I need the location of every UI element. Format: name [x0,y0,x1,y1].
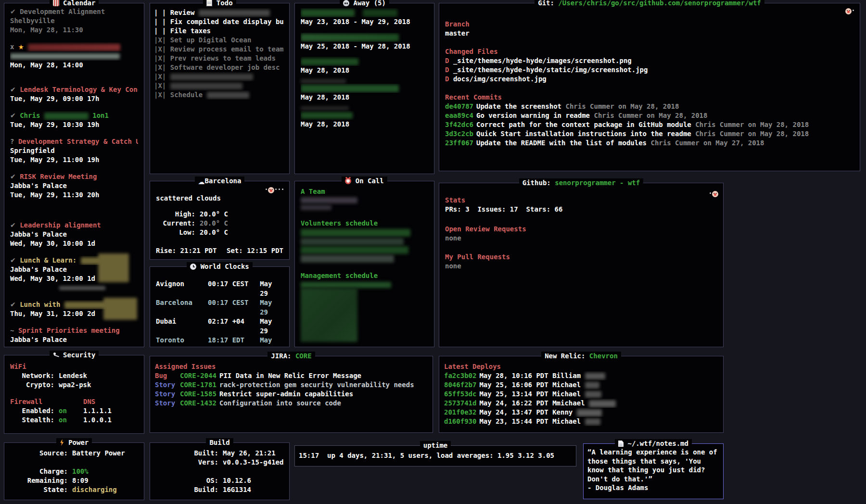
todo-item[interactable]: |X| Review process email to team [154,45,283,54]
event-title: Leadership alignment [20,221,101,229]
jira-issue-row: StoryCORE-1432Configuration into source … [155,399,427,408]
git-panel: Git: /Users/chris/go/src/github.com/seno… [439,3,860,171]
redacted-text [103,298,137,320]
commit-row: 3f42dc6Correct path for the context pack… [445,120,854,129]
github-panel: Github: senorprogrammer - wtf Stats PRs:… [439,183,724,347]
redacted-text [577,409,602,416]
notes-panel[interactable]: ~/.wtf/notes.md “A learning experience i… [583,443,724,499]
event-bullet: ~ [10,327,14,334]
jira-panel: JIRA: CORE Assigned Issues BugCORE-2044P… [150,356,433,433]
redacted-text [301,197,357,203]
firewall-stealth: on [59,416,67,424]
event-when: Tue, May 29, 11:30 20h [10,190,138,200]
event-bullet: ✔ [10,112,16,119]
build-version: v0.0.3-15-g41ed43_maste [223,458,283,466]
power-charge: 100% [72,467,89,475]
todo-item[interactable]: |X| Set up Digital Ocean [154,36,283,45]
dns-secondary: 1.0.0.1 [83,416,112,425]
build-number: 16G1314 [223,486,251,493]
power-state: discharging [72,486,117,493]
notes-attribution: - Douglas Adams [587,483,719,492]
redacted-text [170,83,242,89]
changed-files-label: Changed Files [445,47,854,56]
checkbox-done[interactable]: |X| [154,45,166,53]
away-entry: May 28, 2018 [301,78,428,102]
clown-icon [712,191,718,197]
my-prs-value: none [445,262,717,271]
redacted-text [301,205,331,210]
checkbox-done[interactable]: |X| [154,91,166,99]
deploy-row: 201f0e32May 24, 13:47 PDT Kenny [444,408,717,417]
recent-commits-label: Recent Commits [445,93,854,102]
event-bullet: x [10,43,14,50]
event-title: Lendesk Terminology & Key Conc [20,86,138,93]
weather-current: 20.0° C [200,219,228,227]
power-remaining: 8:09 [72,477,89,484]
weather-high: 20.0° C [200,210,228,218]
away-dates: May 25, 2018 - May 28, 2018 [301,42,428,51]
away-entry: May 25, 2018 - May 28, 2018 [301,33,428,51]
redacted-text [98,253,129,282]
checkbox-done[interactable]: |X| [154,36,166,44]
redacted-text [585,391,601,398]
redacted-text [301,246,408,254]
todo-item[interactable]: |X| [154,72,283,81]
checkbox-done[interactable]: |X| [154,54,166,62]
redacted-text [585,373,605,379]
checkbox-open[interactable]: | | [154,18,166,25]
calendar-panel: Calendar ✔ Development Alignment Shelbyv… [4,3,144,347]
todo-item[interactable]: |X| [154,81,283,90]
todo-item[interactable]: |X| Prev reviews to team leads [154,54,283,63]
wifi-network: Lendesk [59,372,87,379]
away-entry: May 28, 2018 [301,105,428,129]
redacted-text [301,255,394,263]
open-reviews-value: none [445,234,717,243]
event-when: Tue, May 29, 10:30 19h [10,120,138,129]
todo-item[interactable]: | | File taxes [154,26,283,36]
event-bullet: ✔ [10,256,16,264]
away-dates: May 28, 2018 [301,120,428,129]
away-panel: Away (5) May 23, 2018 - May 29, 2018 May… [294,3,434,174]
redacted-text [585,418,600,425]
changed-file-row: D _site/themes/hyde-hyde/images/screensh… [445,56,854,65]
event-bullet: ? [10,138,14,145]
redacted-text [301,288,357,342]
checkbox-open[interactable]: | | [154,27,166,35]
event-title: Chris [20,112,40,119]
todo-item[interactable]: |X| Schedule [154,90,283,100]
calendar-event: ✔ Lendesk Terminology & Key Conc Tue, Ma… [10,85,138,103]
assigned-issues-label: Assigned Issues [155,362,427,371]
uptime-text: 15:17 up 4 days, 21:31, 5 users, load av… [299,451,570,460]
redacted-text [363,9,397,17]
stats-label: Stats [445,196,717,205]
security-panel: Security WiFi Network:Lendesk Crypto:wpa… [4,355,144,434]
redacted-text [59,286,105,290]
new-relic-panel: New Relic: Chevron Latest Deploys fa2c3b… [439,356,724,433]
checkbox-done[interactable]: |X| [154,82,166,89]
todo-item[interactable]: | | Fix compiled date display bug [154,17,283,26]
calendar-event: ✔ Development Alignment Shelbyville Mon,… [10,7,138,35]
commit-row: 23ff067Update the README with the list o… [445,139,854,148]
todo-item[interactable]: | | Review [154,8,283,17]
event-bullet: ✔ [10,221,16,229]
my-prs-label: My Pull Requests [445,252,717,262]
event-location: Jabba's Palace [10,335,138,344]
event-location: Jabba's Palace [10,181,138,190]
firewall-enabled: on [59,407,67,415]
world-clocks-panel: World Clocks Avignon00:17 CESTMay 29 Bar… [150,266,290,347]
event-when: Tue, May 29, 11:00 19h [10,155,138,164]
redacted-text [301,85,399,92]
calendar-event: ✔ Chris 1on1 Tue, May 29, 10:30 19h [10,111,138,129]
checkbox-done[interactable]: |X| [154,73,166,80]
event-title: Lunch with [20,301,60,308]
jira-issue-row: StoryCORE-1781rack-protection gem securi… [155,380,427,390]
status-dot [853,10,854,11]
todo-item[interactable]: |X| Software developer job desc [154,63,283,72]
redacted-text [301,282,391,288]
checkbox-open[interactable]: | | [154,9,166,16]
event-title: Lunch & Learn: [20,256,76,264]
redacted-text [10,53,120,59]
status-dot [279,189,280,190]
checkbox-done[interactable]: |X| [154,63,166,71]
event-location: Springfield [10,146,138,155]
